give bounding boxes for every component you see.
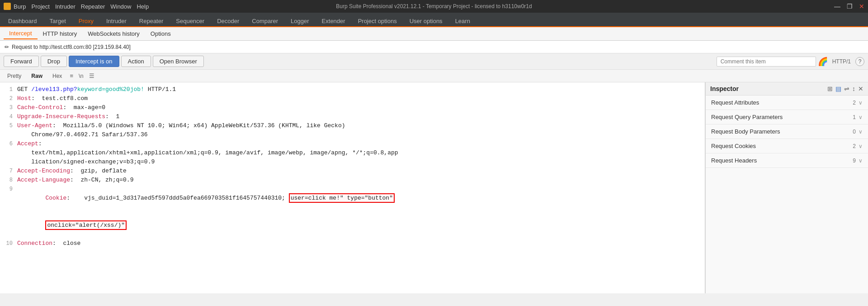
line-number (4, 212, 13, 239)
inspector-row-cookies[interactable]: Request Cookies 2 ∨ (706, 139, 868, 153)
inspector-row-headers[interactable]: Request Headers 9 ∨ (706, 153, 868, 168)
help-button[interactable]: ? (855, 57, 864, 66)
window-title: Burp Suite Professional v2021.12.1 - Tem… (336, 3, 532, 10)
inspector-row-right: 2 ∨ (853, 143, 863, 149)
tab-learn[interactable]: Learn (449, 16, 476, 26)
menu-intruder[interactable]: Intruder (55, 3, 75, 10)
word-wrap-icon[interactable]: ≡ (68, 72, 75, 79)
tab-proxy[interactable]: Proxy (72, 16, 100, 27)
xss-highlight-2: onclick="alert(/xss/)" (45, 220, 127, 230)
inspector-row-right: 1 ∨ (853, 114, 863, 120)
line-content: Accept-Encoding: gzip, deflate (17, 167, 127, 176)
inspector-row-right: 9 ∨ (853, 158, 863, 164)
inspector-row-label: Request Cookies (711, 143, 756, 149)
proxy-toolbar: Forward Drop Intercept is on Action Open… (0, 53, 868, 70)
intercept-toggle-button[interactable]: Intercept is on (69, 56, 119, 67)
subtab-websockets-history[interactable]: WebSockets history (82, 29, 145, 39)
line-number (4, 130, 13, 139)
line-content: Chrome/97.0.4692.71 Safari/537.36 (17, 130, 148, 139)
code-line-5-cont: Chrome/97.0.4692.71 Safari/537.36 (0, 130, 705, 139)
code-line-7: 7 Accept-Encoding: gzip, deflate (0, 167, 705, 176)
inspector-panel: Inspector ⊞ ▤ ⇌ ↕ ✕ Request Attributes 2… (705, 82, 868, 293)
tab-logger[interactable]: Logger (284, 16, 315, 26)
code-line-6: 6 Accept: (0, 139, 705, 148)
title-bar: Burp Project Intruder Repeater Window He… (0, 0, 868, 13)
chevron-down-icon: ∨ (859, 114, 863, 120)
code-line-4: 4 Upgrade-Insecure-Requests: 1 (0, 112, 705, 121)
code-line-1: 1 GET /level13.php?keyword=good%20job! H… (0, 85, 705, 94)
tab-target[interactable]: Target (43, 16, 72, 26)
inspector-icons: ⊞ ▤ ⇌ ↕ ✕ (827, 85, 863, 92)
inspector-row-label: Request Body Parameters (711, 128, 780, 135)
tab-intruder[interactable]: Intruder (100, 16, 133, 26)
code-line-2: 2 Host: test.ctf8.com (0, 94, 705, 103)
tab-decoder[interactable]: Decoder (211, 16, 245, 26)
inspector-row-label: Request Attributes (711, 99, 759, 106)
tab-project-options[interactable]: Project options (352, 16, 403, 26)
action-button[interactable]: Action (121, 56, 151, 67)
http-version-badge: HTTP/1 (830, 57, 854, 66)
line-content: GET /level13.php?keyword=good%20job! HTT… (17, 85, 176, 94)
tab-extender[interactable]: Extender (316, 16, 352, 26)
newline-icon[interactable]: \n (77, 72, 85, 79)
inspector-row-query-params[interactable]: Request Query Parameters 1 ∨ (706, 110, 868, 124)
line-number: 6 (4, 139, 13, 148)
inspector-row-right: 0 ∨ (853, 129, 863, 135)
inspector-align-icon[interactable]: ⇌ (844, 85, 849, 92)
more-icon[interactable]: ☰ (88, 72, 96, 79)
menu-burp[interactable]: Burp (14, 3, 26, 10)
tab-repeater[interactable]: Repeater (133, 16, 170, 26)
request-editor[interactable]: 1 GET /level13.php?keyword=good%20job! H… (0, 82, 705, 293)
menu-project[interactable]: Project (31, 3, 49, 10)
tab-comparer[interactable]: Comparer (245, 16, 284, 26)
inspector-count: 0 (853, 129, 856, 135)
request-url-label: Request to http://test.ctf8.com:80 [219.… (12, 44, 131, 50)
minimize-button[interactable]: — (834, 3, 840, 10)
line-content: Cookie: vjs_duid=1_3d317aed5f597ddd5a0fe… (17, 185, 395, 212)
tab-dashboard[interactable]: Dashboard (2, 16, 43, 26)
inspector-view-list-icon[interactable]: ▤ (835, 85, 841, 92)
menu-window[interactable]: Window (110, 3, 131, 10)
format-hex[interactable]: Hex (49, 72, 66, 80)
subtab-intercept[interactable]: Intercept (4, 28, 38, 39)
format-pretty[interactable]: Pretty (4, 72, 25, 80)
line-content: Connection: close (17, 239, 80, 248)
burp-color-icon: 🌈 (818, 57, 828, 67)
line-number (4, 158, 13, 167)
code-line-10: 10 Connection: close (0, 239, 705, 248)
tab-sequencer[interactable]: Sequencer (170, 16, 211, 26)
forward-button[interactable]: Forward (4, 56, 39, 67)
proxy-sub-tab-bar: Intercept HTTP history WebSockets histor… (0, 27, 868, 41)
menu-help[interactable]: Help (137, 3, 149, 10)
inspector-count: 2 (853, 100, 856, 106)
inspector-row-request-attributes[interactable]: Request Attributes 2 ∨ (706, 96, 868, 110)
line-number: 10 (4, 239, 13, 248)
line-number: 2 (4, 94, 13, 103)
inspector-expand-icon[interactable]: ↕ (852, 85, 855, 92)
inspector-row-label: Request Headers (711, 157, 757, 164)
chevron-down-icon: ∨ (859, 158, 863, 164)
inspector-close-icon[interactable]: ✕ (858, 85, 863, 92)
close-button[interactable]: ✕ (859, 3, 864, 10)
code-line-9: 9 Cookie: vjs_duid=1_3d317aed5f597ddd5a0… (0, 185, 705, 212)
subtab-options[interactable]: Options (145, 29, 176, 39)
chevron-down-icon: ∨ (859, 143, 863, 149)
tab-user-options[interactable]: User options (403, 16, 449, 26)
comment-input[interactable] (717, 57, 816, 67)
subtab-http-history[interactable]: HTTP history (38, 29, 83, 39)
menu-repeater[interactable]: Repeater (81, 3, 105, 10)
chevron-down-icon: ∨ (859, 129, 863, 135)
maximize-button[interactable]: ❐ (847, 3, 853, 10)
open-browser-button[interactable]: Open Browser (153, 56, 204, 67)
inspector-row-body-params[interactable]: Request Body Parameters 0 ∨ (706, 124, 868, 139)
editor-format-bar: Pretty Raw Hex ≡ \n ☰ (0, 70, 868, 82)
inspector-title: Inspector (710, 85, 739, 92)
inspector-view-grid-icon[interactable]: ⊞ (827, 85, 833, 92)
drop-button[interactable]: Drop (41, 56, 67, 67)
title-left: Burp Project Intruder Repeater Window He… (4, 3, 149, 10)
inspector-header: Inspector ⊞ ▤ ⇌ ↕ ✕ (706, 82, 868, 96)
code-line-9-cont: onclick="alert(/xss/)" (0, 212, 705, 239)
code-line-5: 5 User-Agent: Mozilla/5.0 (Windows NT 10… (0, 121, 705, 130)
format-raw[interactable]: Raw (28, 72, 46, 80)
line-content: Upgrade-Insecure-Requests: 1 (17, 112, 119, 121)
